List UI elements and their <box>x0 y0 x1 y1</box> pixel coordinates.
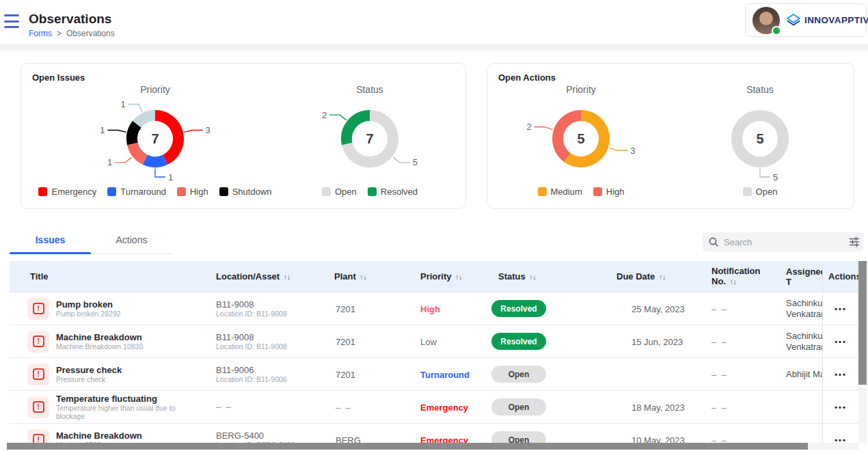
vertical-scrollbar[interactable] <box>858 261 867 443</box>
priority-value: Low <box>420 337 437 347</box>
cell-due-date: 10 May, 2023 <box>615 434 707 443</box>
breadcrumb-forms-link[interactable]: Forms <box>29 29 52 38</box>
column-header-notification-no-[interactable]: Notification No. ↑↓ <box>707 266 776 287</box>
avatar[interactable] <box>752 7 780 34</box>
horizontal-scrollbar[interactable] <box>7 443 858 450</box>
legend-item[interactable]: High <box>177 187 208 197</box>
cell-status: Resolved <box>483 300 615 317</box>
tab-issues[interactable]: Issues <box>10 227 91 254</box>
column-label: Status <box>498 271 526 282</box>
cell-notification: – – <box>707 368 776 381</box>
plant-value: 7201 <box>336 304 355 314</box>
cell-actions: ••• <box>822 424 858 443</box>
alert-exclamation-icon: ! <box>33 401 44 413</box>
legend-item[interactable]: Turnaround <box>107 187 166 197</box>
cell-notification: – – <box>707 303 776 315</box>
menu-icon[interactable] <box>4 14 21 28</box>
cell-due-date: 25 May, 2023 <box>615 303 707 315</box>
table-row[interactable]: !Machine BreakdownMachine 9790BERG-5400L… <box>10 424 858 443</box>
assigned-to-value: Abhijit Mah <box>786 369 822 380</box>
table-row[interactable]: !Pressure checkPressure checkB11-9006Loc… <box>10 358 858 391</box>
sort-icon[interactable]: ↑↓ <box>358 273 367 281</box>
sort-icon[interactable]: ↑↓ <box>282 273 290 281</box>
legend-item[interactable]: Resolved <box>368 187 418 197</box>
open-actions-card: Open Actions Priority325MediumHigh Statu… <box>487 63 854 209</box>
chart-title: Status <box>746 84 774 95</box>
brand-logo: INNOVAPPTIVE <box>786 13 868 28</box>
search-box[interactable] <box>703 232 863 251</box>
page-title: Observations <box>29 12 111 27</box>
sort-icon[interactable]: ↑↓ <box>657 273 666 281</box>
status-badge: Open <box>491 431 546 443</box>
search-input[interactable] <box>724 237 844 247</box>
row-more-actions-button[interactable]: ••• <box>823 305 858 313</box>
callout-value: 5 <box>773 172 778 182</box>
callout-line <box>760 169 770 178</box>
cell-plant: BERG <box>333 434 419 443</box>
donut-center-total: 7 <box>151 131 159 146</box>
column-header-plant[interactable]: Plant ↑↓ <box>333 271 419 282</box>
legend-item[interactable]: Emergency <box>38 187 96 197</box>
sort-icon[interactable]: ↑↓ <box>528 273 537 281</box>
horizontal-scrollbar-thumb[interactable] <box>7 443 808 450</box>
column-header-location-asset[interactable]: Location/Asset ↑↓ <box>215 271 333 282</box>
callout-line <box>107 131 126 133</box>
donut-chart: 55 <box>681 95 839 187</box>
column-header-priority[interactable]: Priority ↑↓ <box>419 271 483 282</box>
row-title: Machine Breakdown <box>56 332 143 342</box>
cell-plant: – – <box>333 401 419 413</box>
filter-tune-icon[interactable] <box>849 236 860 247</box>
row-alert-icon: ! <box>27 429 49 443</box>
cell-due-date: 15 Jun, 2023 <box>615 336 707 348</box>
legend-item[interactable]: Shutdown <box>219 187 272 197</box>
title-block: Machine BreakdownMachine Breakdown 10830 <box>56 332 143 351</box>
donut-segment[interactable] <box>132 124 137 144</box>
legend-label: Shutdown <box>232 187 272 197</box>
cell-title: !Machine BreakdownMachine Breakdown 1083… <box>10 331 215 353</box>
cell-notification: – – <box>707 434 776 443</box>
cell-status: Open <box>483 366 615 383</box>
row-more-actions-button[interactable]: ••• <box>823 436 858 443</box>
title-block: Pump brokenPump broken 28292 <box>56 299 121 318</box>
status-badge: Resolved <box>491 300 546 317</box>
brand-name: INNOVAPPTIVE <box>804 15 868 25</box>
callout-value: 3 <box>630 146 635 156</box>
vertical-scrollbar-thumb[interactable] <box>858 261 867 385</box>
column-header-assigned-t: Assigned T <box>776 266 822 287</box>
column-label: Title <box>30 271 49 282</box>
legend-item[interactable]: Open <box>743 187 778 197</box>
column-header-status[interactable]: Status ↑↓ <box>483 271 615 282</box>
legend-item[interactable]: High <box>593 187 625 197</box>
priority-value: Emergency <box>420 402 468 413</box>
table-row[interactable]: !Machine BreakdownMachine Breakdown 1083… <box>10 325 858 358</box>
tab-actions[interactable]: Actions <box>91 227 172 254</box>
donut-segment[interactable] <box>133 144 145 160</box>
callout-value: 3 <box>206 125 211 135</box>
callout-value: 1 <box>107 157 112 167</box>
row-more-actions-button[interactable]: ••• <box>823 338 858 346</box>
location-value: B11-9008 <box>216 332 333 342</box>
cell-title: !Pressure checkPressure check <box>10 364 215 385</box>
row-more-actions-button[interactable]: ••• <box>823 403 858 411</box>
callout-value: 1 <box>168 172 173 182</box>
cell-priority: Emergency <box>419 434 483 443</box>
legend-item[interactable]: Open <box>322 187 357 197</box>
donut-segment[interactable] <box>145 160 165 162</box>
table-row[interactable]: !Temperature fluctuatingTemperature high… <box>10 391 858 424</box>
cell-location: – – <box>215 402 333 412</box>
issues-status-chart: Status527OpenResolved <box>285 83 455 197</box>
table-row[interactable]: !Pump brokenPump broken 28292B11-9008Loc… <box>10 292 858 325</box>
profile-card[interactable]: INNOVAPPTIVE <box>745 3 867 37</box>
sort-icon[interactable]: ↑↓ <box>454 273 463 281</box>
row-more-actions-button[interactable]: ••• <box>823 370 858 379</box>
legend-item[interactable]: Medium <box>538 187 582 197</box>
title-block: Machine BreakdownMachine 9790 <box>56 430 142 443</box>
chart-legend: OpenResolved <box>322 187 418 197</box>
notification-value: – – <box>711 337 728 347</box>
donut-segment[interactable] <box>137 115 155 124</box>
column-header-due-date[interactable]: Due Date ↑↓ <box>615 271 707 282</box>
cell-priority: Low <box>419 336 483 348</box>
sort-icon[interactable]: ↑↓ <box>728 278 737 286</box>
search-icon <box>708 236 719 247</box>
status-badge: Open <box>491 398 546 415</box>
